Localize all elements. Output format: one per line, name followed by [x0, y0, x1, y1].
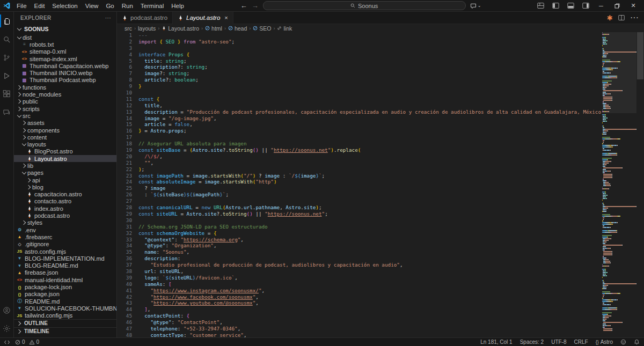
tree-item--env[interactable]: ⚙.env [14, 226, 116, 233]
tree-item-api[interactable]: api [14, 176, 116, 183]
code-line[interactable]: 14 image = "/og-image.jpg", [117, 115, 602, 122]
panel-outline[interactable]: OUTLINE [14, 319, 116, 327]
breadcrumb-item-layouts[interactable]: layouts [138, 25, 156, 32]
status-crlf[interactable]: CRLF [574, 339, 588, 345]
tree-item-components[interactable]: components [14, 127, 116, 134]
menu-edit[interactable]: Edit [31, 2, 49, 10]
code-line[interactable]: 42 "https://www.facebook.com/soonusmx", [117, 294, 602, 300]
code-line[interactable]: 48 contactType: "customer service", [117, 332, 602, 337]
code-line[interactable]: 39 logo: `${siteURL}/favicon.ico`, [117, 275, 602, 281]
scrollbar-thumb[interactable] [637, 32, 643, 79]
code-line[interactable]: 20 /\/$/, [117, 153, 602, 160]
tab-layout-astro[interactable]: Layout.astro× [173, 12, 233, 24]
remote-indicator[interactable] [4, 340, 10, 345]
tree-item-podcast-astro[interactable]: podcast.astro [14, 212, 116, 219]
code-line[interactable]: 21 "", [117, 160, 602, 166]
code-line[interactable]: 30 [117, 217, 602, 224]
code-line[interactable]: 23const imagePath = image.startsWith("/"… [117, 173, 602, 179]
restore-button[interactable] [610, 0, 625, 12]
code-line[interactable]: 13 description = "Producción de podcast … [117, 109, 602, 115]
editor-more-actions-icon[interactable]: ··· [630, 13, 639, 23]
code-line[interactable]: 33 "@context": "https://schema.org", [117, 237, 602, 243]
code-line[interactable]: 7 image?: string; [117, 70, 602, 77]
tree-item-dist[interactable]: dist [14, 34, 116, 41]
toggle-secondary-sidebar-icon[interactable] [579, 1, 592, 11]
tree-item-src[interactable]: src [14, 112, 116, 119]
customize-layout-icon[interactable] [533, 1, 547, 11]
code-line[interactable]: 15 article = false, [117, 121, 602, 128]
tree-item-package-json[interactable]: {}package.json [14, 291, 116, 298]
problems-indicator[interactable]: 0 0 [15, 339, 39, 345]
code-line[interactable]: 4interface Props { [117, 51, 602, 58]
tree-item-layouts[interactable]: layouts [14, 141, 116, 148]
tree-item-capacitacion-astro[interactable]: capacitacion.astro [14, 191, 116, 198]
source-control-icon[interactable] [0, 48, 14, 67]
nav-forward-icon[interactable]: → [252, 2, 259, 9]
nav-back-icon[interactable]: ← [240, 2, 247, 9]
tree-item--firebaserc[interactable]: ▲.firebaserc [14, 233, 116, 240]
tree-item-blog-implementation-md[interactable]: ▼BLOG-IMPLEMENTATION.md [14, 255, 116, 262]
tree-item-thumbnail-capacitacion-webp[interactable]: ▨Thumbnail Capacitacion.webp [14, 62, 116, 69]
code-line[interactable]: 3 [117, 45, 602, 51]
tree-item-public[interactable]: public [14, 98, 116, 105]
minimize-button[interactable]: ─ [594, 0, 609, 12]
menu-file[interactable]: File [13, 2, 31, 10]
tree-item-lib[interactable]: lib [14, 162, 116, 169]
tree-item-firebase-json[interactable]: ▲firebase.json [14, 269, 116, 276]
code-line[interactable]: 36 description: [117, 255, 602, 262]
code-line[interactable]: 29const siteURL = Astro.site?.toString()… [117, 211, 602, 217]
explorer-more-actions-icon[interactable]: ··· [105, 15, 111, 21]
code-line[interactable]: 25 ? image [117, 185, 602, 192]
tree-item-sitemap-index-xml[interactable]: <>sitemap-index.xml [14, 55, 116, 62]
code-line[interactable]: 32const schemaOrgWebsite = { [117, 230, 602, 237]
tree-item-astro-config-mjs[interactable]: JSastro.config.mjs [14, 248, 116, 255]
tree-item-tailwind-config-mjs[interactable]: JStailwind.config.mjs [14, 312, 116, 319]
menu-go[interactable]: Go [102, 2, 118, 10]
tree-item-scripts[interactable]: scripts [14, 105, 116, 112]
code-line[interactable]: 34 "@type": "Organization", [117, 242, 602, 249]
search-icon[interactable] [0, 30, 14, 48]
notifications-bell-icon[interactable] [634, 339, 640, 345]
code-line[interactable]: 28const canonicalURL = new URL(Astro.url… [117, 204, 602, 211]
menu-help[interactable]: Help [167, 2, 188, 10]
breadcrumb-item-seo[interactable]: SEO [253, 25, 271, 32]
run-debug-icon[interactable] [0, 67, 14, 85]
tree-item-solucion-facebook-thumbnails-md[interactable]: ▼SOLUCION-FACEBOOK-THUMBNAILS.md [14, 305, 116, 312]
code-line[interactable]: 27 [117, 198, 602, 204]
close-window-button[interactable]: ✕ [626, 0, 641, 12]
extension-action-icon[interactable]: ✱ [607, 14, 613, 22]
extensions-icon[interactable] [0, 85, 14, 103]
menu-terminal[interactable]: Terminal [137, 2, 167, 10]
code-line[interactable]: 18// Asegurar URL absoluta para imagen [117, 141, 602, 147]
tree-item-content[interactable]: content [14, 134, 116, 141]
code-line[interactable]: 8 article?: boolean; [117, 77, 602, 83]
command-center-search[interactable]: Soonus [263, 1, 466, 10]
minimap[interactable] [602, 32, 636, 337]
code-line[interactable]: 35 name: "Soonus", [117, 249, 602, 255]
status-spaces-2[interactable]: Spaces: 2 [520, 339, 544, 345]
breadcrumb-item-link[interactable]: link [277, 25, 292, 32]
menu-run[interactable]: Run [118, 2, 137, 10]
tree-item-blog[interactable]: blog [14, 183, 116, 190]
tree-item-styles[interactable]: styles [14, 219, 116, 226]
code-line[interactable]: 41 "https://www.instagram.com/soonusmx/"… [117, 288, 602, 294]
code-line[interactable]: 46 "@type": "ContactPoint", [117, 319, 602, 326]
toggle-panel-icon[interactable] [564, 1, 577, 11]
tree-item--gitignore[interactable]: ◇.gitignore [14, 241, 116, 248]
code-line[interactable]: 24const absoluteImage = image.startsWith… [117, 179, 602, 185]
tree-item-manual-identidad-html[interactable]: <>manual-identidad.html [14, 276, 116, 283]
code-line[interactable]: 22); [117, 166, 602, 173]
split-editor-icon[interactable] [618, 14, 625, 21]
code-line[interactable]: 19const siteBase = (Astro.site?.toString… [117, 147, 602, 153]
tree-item-blog-readme-md[interactable]: ▼BLOG-README.md [14, 262, 116, 269]
code-line[interactable]: 47 telephone: "+52-33-2947-0346", [117, 326, 602, 332]
status-utf-8[interactable]: UTF-8 [551, 339, 566, 345]
tree-item-package-lock-json[interactable]: {}package-lock.json [14, 283, 116, 290]
breadcrumb-item-src[interactable]: src [125, 25, 132, 32]
code-line[interactable]: 5 title: string; [117, 58, 602, 64]
code-line[interactable]: 26 : `${siteBase}${imagePath}`; [117, 192, 602, 198]
code-area[interactable]: 1---2import { SEO } from "astro-seo";34i… [117, 32, 602, 337]
code-line[interactable]: 6 description?: string; [117, 64, 602, 70]
code-line[interactable]: 17 [117, 134, 602, 141]
code-line[interactable]: 38 url: siteURL, [117, 268, 602, 275]
